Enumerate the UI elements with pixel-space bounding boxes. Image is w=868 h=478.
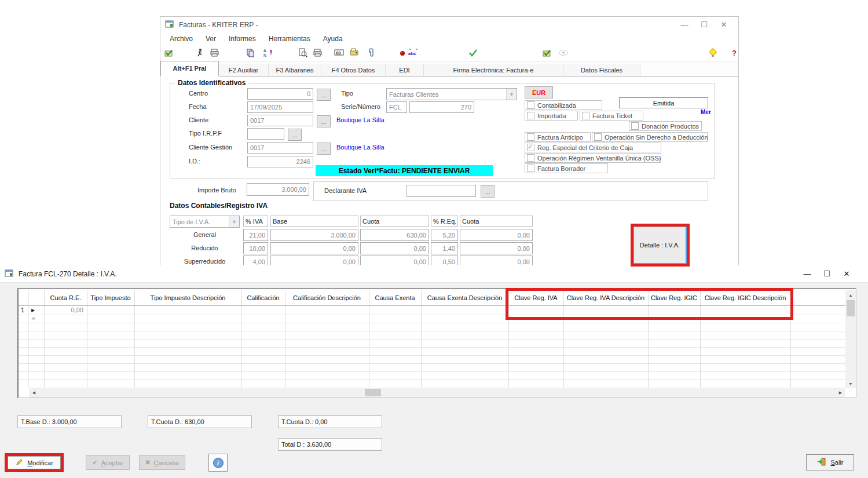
cliente-gestion-label: Cliente Gestión xyxy=(189,144,232,151)
col-tipo-impuesto: Tipo Impuesto xyxy=(87,290,134,305)
cliente-gestion-lookup-button[interactable]: ... xyxy=(317,143,331,155)
approve-icon[interactable] xyxy=(467,47,479,59)
checkbox-box xyxy=(527,133,534,141)
scroll-down-icon[interactable]: ▼ xyxy=(845,379,856,388)
id-field[interactable]: 2246 xyxy=(247,156,313,167)
cliente-gestion-field[interactable]: 0017 xyxy=(247,142,313,154)
vertical-scrollbar[interactable]: ▲ ▼ xyxy=(845,290,856,388)
general-cuota-re[interactable]: 0,00 xyxy=(460,229,533,241)
tipo-label: Tipo xyxy=(341,90,353,97)
importe-bruto-field[interactable]: 3.000,00 xyxy=(247,183,309,196)
menu-informes[interactable]: Informes xyxy=(222,35,262,43)
centro-field[interactable]: 0 xyxy=(247,88,313,100)
menu-ver[interactable]: Ver xyxy=(199,35,222,43)
detalle-iva-button[interactable]: Detalle : I.V.A. xyxy=(633,227,687,264)
run-icon[interactable] xyxy=(194,47,206,59)
new-row-marker-icon: ✳ xyxy=(31,316,36,322)
declarante-lookup-button[interactable]: ... xyxy=(481,185,495,198)
minimize-icon[interactable]: — xyxy=(797,269,817,278)
checkbox-box xyxy=(631,122,639,130)
checkbox-operacion-sin-derecho[interactable]: Operación Sin Derecho a Deducción xyxy=(592,132,708,142)
reducido-cuota-re[interactable]: 0,00 xyxy=(460,242,533,254)
iva-detail-grid[interactable]: Cuota R.E. Tipo Impuesto Tipo Impuesto D… xyxy=(17,288,856,398)
irpf-field[interactable] xyxy=(247,128,284,140)
sort-az-icon[interactable]: AN xyxy=(262,47,274,59)
general-base[interactable]: 3.000,00 xyxy=(270,229,358,241)
copy-documents-icon[interactable] xyxy=(245,47,257,59)
general-req[interactable]: 5,20 xyxy=(431,229,458,241)
menu-herramientas[interactable]: Herramientas xyxy=(262,35,317,43)
view-disabled-icon[interactable] xyxy=(558,47,569,59)
eur-button[interactable]: EUR xyxy=(525,86,553,98)
print-preview-icon[interactable] xyxy=(297,47,309,59)
cancelar-button[interactable]: ✖ Cancelar xyxy=(139,455,185,470)
horizontal-scrollbar[interactable]: ◀ ▶ xyxy=(29,388,845,397)
general-cuota[interactable]: 630,00 xyxy=(360,229,429,241)
salir-button[interactable]: Salir xyxy=(806,454,854,470)
cliente-lookup-button[interactable]: ... xyxy=(317,115,331,127)
maximize-icon[interactable]: ☐ xyxy=(694,20,714,29)
tip-lightbulb-icon[interactable] xyxy=(707,47,719,59)
scroll-right-icon[interactable]: ▶ xyxy=(836,388,845,397)
spellcheck-icon[interactable]: abc xyxy=(408,47,419,59)
tipo-dropdown[interactable]: Facturas Clientes ▼ xyxy=(386,88,517,100)
reducido-base[interactable]: 0,00 xyxy=(270,242,358,254)
tab-f3-albaranes[interactable]: F3 Albaranes xyxy=(269,64,321,76)
row-general-label: General xyxy=(170,231,240,238)
maximize-icon[interactable]: ☐ xyxy=(817,269,837,278)
emitida-indicator[interactable]: Emitida xyxy=(619,97,708,108)
tab-f4-otros-datos[interactable]: F4 Otros Datos xyxy=(321,64,386,76)
tipo-iva-dropdown[interactable]: Tipo de I.V.A. ▼ xyxy=(170,216,240,228)
attach-icon[interactable] xyxy=(366,47,378,59)
tab-edi[interactable]: EDI xyxy=(386,64,424,76)
tab-firma-electronica[interactable]: Firma Electrónica: Factura-e xyxy=(424,64,563,76)
cliente-field[interactable]: 0017 xyxy=(247,115,313,126)
info-button[interactable]: i xyxy=(208,454,228,472)
menu-archivo[interactable]: Archivo xyxy=(163,35,199,43)
row1-cuota-re-cell[interactable]: 0,00 xyxy=(46,306,83,313)
reducido-cuota[interactable]: 0,00 xyxy=(360,242,429,254)
checkbox-importada[interactable]: Importada xyxy=(525,111,578,121)
checkbox-factura-ticket[interactable]: Factura Ticket xyxy=(580,111,643,121)
validate-post-icon[interactable] xyxy=(541,47,553,59)
irpf-lookup-button[interactable]: ... xyxy=(288,129,302,141)
print-icon[interactable] xyxy=(209,47,221,59)
svg-text:N: N xyxy=(263,53,266,57)
checkbox-factura-borrador[interactable]: Factura Borrador xyxy=(525,163,608,173)
checkbox-factura-anticipo[interactable]: Factura Anticipo xyxy=(525,132,591,142)
record-icon[interactable] xyxy=(397,47,408,59)
scroll-up-icon[interactable]: ▲ xyxy=(845,290,856,300)
cliente-gestion-name-link[interactable]: Boutique La Silla xyxy=(336,144,384,151)
aceptar-button[interactable]: ✔ Aceptar xyxy=(86,455,130,470)
close-icon[interactable]: ✕ xyxy=(837,269,856,278)
checkbox-oss[interactable]: Operación Régimen Ventanilla Única (OSS) xyxy=(525,153,661,163)
tab-datos-fiscales[interactable]: Datos Fiscales xyxy=(563,64,640,76)
counter-icon[interactable]: 00 xyxy=(334,47,345,59)
general-iva[interactable]: 21,00 xyxy=(243,229,268,241)
declarante-iva-field[interactable] xyxy=(406,185,476,197)
fecha-field[interactable]: 17/09/2025 xyxy=(247,101,313,113)
modificar-button[interactable]: Modificar xyxy=(8,456,61,469)
cliente-name-link[interactable]: Boutique La Silla xyxy=(336,116,384,123)
fax-icon[interactable] xyxy=(349,47,360,59)
scroll-left-icon[interactable]: ◀ xyxy=(29,388,39,397)
centro-lookup-button[interactable]: ... xyxy=(317,89,331,101)
close-icon[interactable]: ✕ xyxy=(714,20,734,29)
print-document-icon[interactable] xyxy=(312,47,324,59)
reducido-req[interactable]: 1,40 xyxy=(431,242,458,254)
tab-alt-f1-pral[interactable]: Alt+F1 Pral xyxy=(160,61,219,76)
minimize-icon[interactable]: — xyxy=(675,20,694,29)
reducido-iva[interactable]: 10,00 xyxy=(243,242,268,254)
checkbox-reg-especial-caja[interactable]: Reg. Especial del Criterio de Caja xyxy=(525,143,661,152)
tab-f2-auxiliar[interactable]: F2 Auxiliar xyxy=(219,64,269,76)
numero-field[interactable]: 270 xyxy=(409,101,474,113)
menu-ayuda[interactable]: Ayuda xyxy=(317,35,349,43)
toolbar: AN 00 abc ? xyxy=(160,45,738,62)
vertical-scroll-thumb[interactable] xyxy=(847,300,855,316)
validate-invoice-icon[interactable] xyxy=(163,47,175,59)
help-icon[interactable]: ? xyxy=(729,47,739,59)
serie-field[interactable]: FCL xyxy=(386,101,407,113)
checkbox-contabilizada[interactable]: Contabilizada xyxy=(525,100,602,110)
checkbox-donacion-productos[interactable]: Donación Productos xyxy=(629,121,702,131)
horizontal-scroll-thumb[interactable] xyxy=(365,389,381,396)
